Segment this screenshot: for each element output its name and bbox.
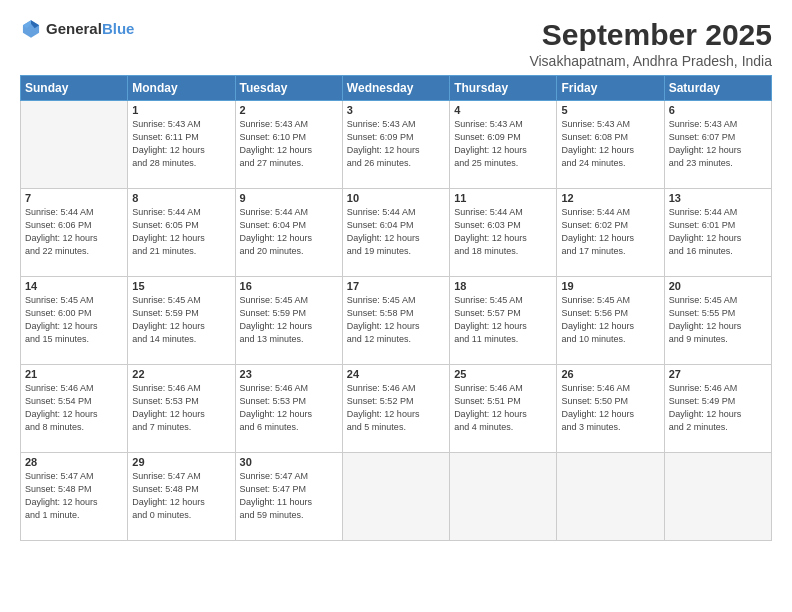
col-friday: Friday [557,76,664,101]
day-info: Sunrise: 5:47 AM Sunset: 5:47 PM Dayligh… [240,470,338,522]
day-info: Sunrise: 5:46 AM Sunset: 5:52 PM Dayligh… [347,382,445,434]
day-info: Sunrise: 5:44 AM Sunset: 6:04 PM Dayligh… [347,206,445,258]
day-info: Sunrise: 5:46 AM Sunset: 5:54 PM Dayligh… [25,382,123,434]
day-number: 23 [240,368,338,380]
page: GeneralBlue September 2025 Visakhapatnam… [0,0,792,612]
calendar: Sunday Monday Tuesday Wednesday Thursday… [20,75,772,541]
day-number: 2 [240,104,338,116]
day-number: 10 [347,192,445,204]
day-number: 6 [669,104,767,116]
day-number: 19 [561,280,659,292]
day-info: Sunrise: 5:44 AM Sunset: 6:03 PM Dayligh… [454,206,552,258]
day-number: 20 [669,280,767,292]
table-row: 12Sunrise: 5:44 AM Sunset: 6:02 PM Dayli… [557,189,664,277]
table-row: 24Sunrise: 5:46 AM Sunset: 5:52 PM Dayli… [342,365,449,453]
table-row: 6Sunrise: 5:43 AM Sunset: 6:07 PM Daylig… [664,101,771,189]
title-block: September 2025 Visakhapatnam, Andhra Pra… [529,18,772,69]
day-info: Sunrise: 5:43 AM Sunset: 6:07 PM Dayligh… [669,118,767,170]
day-info: Sunrise: 5:44 AM Sunset: 6:04 PM Dayligh… [240,206,338,258]
table-row: 17Sunrise: 5:45 AM Sunset: 5:58 PM Dayli… [342,277,449,365]
table-row: 27Sunrise: 5:46 AM Sunset: 5:49 PM Dayli… [664,365,771,453]
logo-text: GeneralBlue [46,20,134,38]
header-row: Sunday Monday Tuesday Wednesday Thursday… [21,76,772,101]
day-info: Sunrise: 5:45 AM Sunset: 5:59 PM Dayligh… [240,294,338,346]
day-number: 4 [454,104,552,116]
day-info: Sunrise: 5:46 AM Sunset: 5:53 PM Dayligh… [240,382,338,434]
day-number: 18 [454,280,552,292]
day-number: 27 [669,368,767,380]
table-row: 16Sunrise: 5:45 AM Sunset: 5:59 PM Dayli… [235,277,342,365]
day-number: 29 [132,456,230,468]
day-info: Sunrise: 5:44 AM Sunset: 6:02 PM Dayligh… [561,206,659,258]
day-info: Sunrise: 5:46 AM Sunset: 5:51 PM Dayligh… [454,382,552,434]
col-saturday: Saturday [664,76,771,101]
day-number: 26 [561,368,659,380]
day-number: 24 [347,368,445,380]
table-row [557,453,664,541]
day-info: Sunrise: 5:43 AM Sunset: 6:08 PM Dayligh… [561,118,659,170]
day-number: 28 [25,456,123,468]
day-info: Sunrise: 5:45 AM Sunset: 5:55 PM Dayligh… [669,294,767,346]
day-number: 25 [454,368,552,380]
day-info: Sunrise: 5:44 AM Sunset: 6:01 PM Dayligh… [669,206,767,258]
table-row: 5Sunrise: 5:43 AM Sunset: 6:08 PM Daylig… [557,101,664,189]
table-row: 21Sunrise: 5:46 AM Sunset: 5:54 PM Dayli… [21,365,128,453]
col-tuesday: Tuesday [235,76,342,101]
day-number: 14 [25,280,123,292]
table-row: 20Sunrise: 5:45 AM Sunset: 5:55 PM Dayli… [664,277,771,365]
logo-icon [20,18,42,40]
location-title: Visakhapatnam, Andhra Pradesh, India [529,53,772,69]
day-number: 1 [132,104,230,116]
col-thursday: Thursday [450,76,557,101]
table-row: 25Sunrise: 5:46 AM Sunset: 5:51 PM Dayli… [450,365,557,453]
day-number: 13 [669,192,767,204]
day-info: Sunrise: 5:47 AM Sunset: 5:48 PM Dayligh… [132,470,230,522]
day-number: 16 [240,280,338,292]
day-number: 21 [25,368,123,380]
day-info: Sunrise: 5:43 AM Sunset: 6:10 PM Dayligh… [240,118,338,170]
day-info: Sunrise: 5:43 AM Sunset: 6:11 PM Dayligh… [132,118,230,170]
table-row: 22Sunrise: 5:46 AM Sunset: 5:53 PM Dayli… [128,365,235,453]
col-monday: Monday [128,76,235,101]
table-row: 13Sunrise: 5:44 AM Sunset: 6:01 PM Dayli… [664,189,771,277]
day-number: 8 [132,192,230,204]
table-row: 2Sunrise: 5:43 AM Sunset: 6:10 PM Daylig… [235,101,342,189]
col-sunday: Sunday [21,76,128,101]
table-row: 19Sunrise: 5:45 AM Sunset: 5:56 PM Dayli… [557,277,664,365]
day-info: Sunrise: 5:46 AM Sunset: 5:50 PM Dayligh… [561,382,659,434]
table-row: 26Sunrise: 5:46 AM Sunset: 5:50 PM Dayli… [557,365,664,453]
day-info: Sunrise: 5:44 AM Sunset: 6:05 PM Dayligh… [132,206,230,258]
day-number: 11 [454,192,552,204]
day-number: 7 [25,192,123,204]
table-row: 4Sunrise: 5:43 AM Sunset: 6:09 PM Daylig… [450,101,557,189]
day-info: Sunrise: 5:43 AM Sunset: 6:09 PM Dayligh… [454,118,552,170]
day-number: 12 [561,192,659,204]
table-row: 11Sunrise: 5:44 AM Sunset: 6:03 PM Dayli… [450,189,557,277]
table-row: 15Sunrise: 5:45 AM Sunset: 5:59 PM Dayli… [128,277,235,365]
day-info: Sunrise: 5:45 AM Sunset: 5:57 PM Dayligh… [454,294,552,346]
table-row: 28Sunrise: 5:47 AM Sunset: 5:48 PM Dayli… [21,453,128,541]
day-number: 17 [347,280,445,292]
table-row: 14Sunrise: 5:45 AM Sunset: 6:00 PM Dayli… [21,277,128,365]
day-number: 30 [240,456,338,468]
day-info: Sunrise: 5:43 AM Sunset: 6:09 PM Dayligh… [347,118,445,170]
logo: GeneralBlue [20,18,134,40]
col-wednesday: Wednesday [342,76,449,101]
table-row: 10Sunrise: 5:44 AM Sunset: 6:04 PM Dayli… [342,189,449,277]
day-number: 22 [132,368,230,380]
day-info: Sunrise: 5:45 AM Sunset: 5:58 PM Dayligh… [347,294,445,346]
day-info: Sunrise: 5:45 AM Sunset: 5:56 PM Dayligh… [561,294,659,346]
day-number: 5 [561,104,659,116]
header: GeneralBlue September 2025 Visakhapatnam… [20,18,772,69]
day-number: 3 [347,104,445,116]
day-number: 9 [240,192,338,204]
table-row [21,101,128,189]
table-row: 7Sunrise: 5:44 AM Sunset: 6:06 PM Daylig… [21,189,128,277]
day-info: Sunrise: 5:47 AM Sunset: 5:48 PM Dayligh… [25,470,123,522]
table-row: 3Sunrise: 5:43 AM Sunset: 6:09 PM Daylig… [342,101,449,189]
day-info: Sunrise: 5:45 AM Sunset: 6:00 PM Dayligh… [25,294,123,346]
table-row: 23Sunrise: 5:46 AM Sunset: 5:53 PM Dayli… [235,365,342,453]
table-row: 1Sunrise: 5:43 AM Sunset: 6:11 PM Daylig… [128,101,235,189]
table-row: 29Sunrise: 5:47 AM Sunset: 5:48 PM Dayli… [128,453,235,541]
day-info: Sunrise: 5:46 AM Sunset: 5:49 PM Dayligh… [669,382,767,434]
